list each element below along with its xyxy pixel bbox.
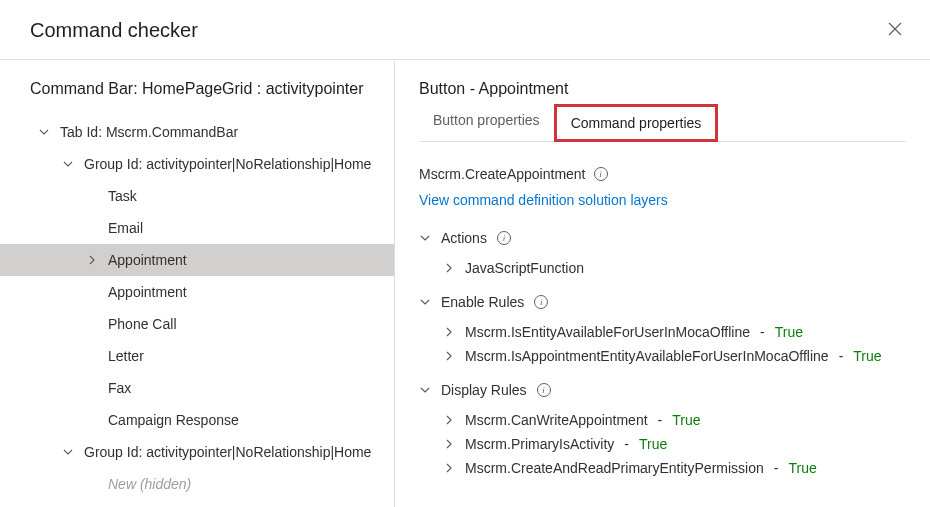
action-name: JavaScriptFunction [465, 260, 584, 276]
dialog-title: Command checker [30, 19, 198, 42]
command-name: Mscrm.CreateAppointment [419, 166, 586, 182]
dash: - [760, 324, 765, 340]
rule-item[interactable]: Mscrm.IsAppointmentEntityAvailableForUse… [419, 344, 906, 368]
tree-tab-row[interactable]: Tab Id: Mscrm.CommandBar [0, 116, 394, 148]
close-icon [888, 22, 902, 36]
tree-group-label: Group Id: activitypointer|NoRelationship… [84, 444, 371, 460]
section-header-enable-rules[interactable]: Enable Rules i [419, 294, 906, 310]
tree-item-email[interactable]: Email [0, 212, 394, 244]
section-title: Display Rules [441, 382, 527, 398]
section-header-display-rules[interactable]: Display Rules i [419, 382, 906, 398]
tree-item-label: Task [108, 188, 137, 204]
chevron-right-icon [443, 263, 455, 273]
tree-item-letter[interactable]: Letter [0, 340, 394, 372]
spacer [0, 500, 394, 507]
chevron-down-icon [62, 447, 74, 457]
command-name-row: Mscrm.CreateAppointment i [419, 166, 906, 182]
chevron-down-icon [419, 297, 431, 307]
rule-item[interactable]: Mscrm.CreateAndReadPrimaryEntityPermissi… [419, 456, 906, 480]
tree-item-appointment-selected[interactable]: Appointment [0, 244, 394, 276]
dialog-body: Command Bar: HomePageGrid : activitypoin… [0, 60, 930, 507]
rule-name: Mscrm.IsAppointmentEntityAvailableForUse… [465, 348, 829, 364]
section-header-actions[interactable]: Actions i [419, 230, 906, 246]
info-icon[interactable]: i [537, 383, 551, 397]
tree-item-campaign-response[interactable]: Campaign Response [0, 404, 394, 436]
rule-item[interactable]: Mscrm.PrimaryIsActivity - True [419, 432, 906, 456]
close-button[interactable] [884, 16, 906, 45]
dash: - [658, 412, 663, 428]
rule-item[interactable]: Mscrm.CanWriteAppointment - True [419, 408, 906, 432]
tree-item-appointment[interactable]: Appointment [0, 276, 394, 308]
rule-value: True [788, 460, 816, 476]
info-icon[interactable]: i [534, 295, 548, 309]
section-display-rules: Display Rules i Mscrm.CanWriteAppointmen… [419, 382, 906, 480]
chevron-right-icon [443, 439, 455, 449]
tree-item-phone-call[interactable]: Phone Call [0, 308, 394, 340]
rule-value: True [672, 412, 700, 428]
chevron-right-icon [443, 327, 455, 337]
chevron-down-icon [419, 385, 431, 395]
section-title: Enable Rules [441, 294, 524, 310]
tree-item-label: Phone Call [108, 316, 177, 332]
section-title: Actions [441, 230, 487, 246]
rule-name: Mscrm.CanWriteAppointment [465, 412, 648, 428]
tabs: Button properties Command properties [419, 104, 906, 142]
chevron-right-icon [443, 351, 455, 361]
command-bar-subtitle: Command Bar: HomePageGrid : activitypoin… [0, 80, 394, 116]
tree-item-label: Campaign Response [108, 412, 239, 428]
action-item[interactable]: JavaScriptFunction [419, 256, 906, 280]
tree-group-row[interactable]: Group Id: activitypointer|NoRelationship… [0, 148, 394, 180]
tab-button-properties[interactable]: Button properties [419, 104, 554, 141]
tree-item-label: Letter [108, 348, 144, 364]
dash: - [774, 460, 779, 476]
rule-value: True [775, 324, 803, 340]
tree-item-label: Email [108, 220, 143, 236]
left-panel[interactable]: Command Bar: HomePageGrid : activitypoin… [0, 60, 395, 507]
tree-tab-label: Tab Id: Mscrm.CommandBar [60, 124, 238, 140]
rule-value: True [853, 348, 881, 364]
section-actions: Actions i JavaScriptFunction [419, 230, 906, 280]
rule-name: Mscrm.CreateAndReadPrimaryEntityPermissi… [465, 460, 764, 476]
view-solution-layers-link[interactable]: View command definition solution layers [419, 192, 668, 208]
tree-group-row[interactable]: Group Id: activitypointer|NoRelationship… [0, 436, 394, 468]
chevron-down-icon [38, 127, 50, 137]
rule-item[interactable]: Mscrm.IsEntityAvailableForUserInMocaOffl… [419, 320, 906, 344]
tree-item-new-hidden[interactable]: New (hidden) [0, 468, 394, 500]
chevron-down-icon [419, 233, 431, 243]
info-icon[interactable]: i [594, 167, 608, 181]
chevron-down-icon [62, 159, 74, 169]
section-enable-rules: Enable Rules i Mscrm.IsEntityAvailableFo… [419, 294, 906, 368]
dash: - [624, 436, 629, 452]
button-title: Button - Appointment [419, 80, 906, 98]
right-panel: Button - Appointment Button properties C… [395, 60, 930, 507]
tree-item-label: New (hidden) [108, 476, 191, 492]
tree-item-label: Fax [108, 380, 131, 396]
dialog-header: Command checker [0, 0, 930, 60]
dash: - [839, 348, 844, 364]
tree-item-label: Appointment [108, 284, 187, 300]
tree-item-fax[interactable]: Fax [0, 372, 394, 404]
info-icon[interactable]: i [497, 231, 511, 245]
tree-item-task[interactable]: Task [0, 180, 394, 212]
tree-item-label: Appointment [108, 252, 187, 268]
rule-name: Mscrm.PrimaryIsActivity [465, 436, 614, 452]
tab-command-properties[interactable]: Command properties [554, 104, 719, 142]
rule-name: Mscrm.IsEntityAvailableForUserInMocaOffl… [465, 324, 750, 340]
rule-value: True [639, 436, 667, 452]
chevron-right-icon [443, 463, 455, 473]
tree-group-label: Group Id: activitypointer|NoRelationship… [84, 156, 371, 172]
chevron-right-icon [443, 415, 455, 425]
chevron-right-icon [86, 255, 98, 265]
